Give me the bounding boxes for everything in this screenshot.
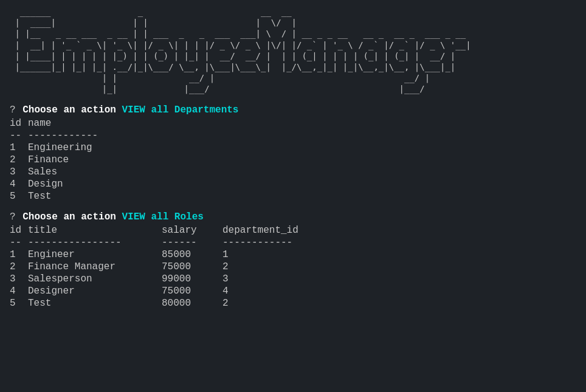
table-row: 2 Finance Manager 75000 2 [10,261,576,272]
role-id-3: 3 [10,273,28,284]
role-title-5: Test [28,298,162,309]
departments-divider: -- ------------ [10,130,576,141]
dept-name-2: Finance [28,154,69,165]
table-row: 3 Salesperson 99000 3 [10,273,576,284]
departments-header: id name [10,118,576,129]
spacer-1 [116,105,122,115]
role-id-5: 5 [10,298,28,309]
role-deptid-3: 3 [222,273,229,284]
role-col-salary-header: salary [162,225,222,236]
role-salary-5: 80000 [162,298,222,309]
dept-id-4: 4 [10,179,28,190]
table-row: 1 Engineer 85000 1 [10,249,576,260]
role-divider-deptid: ------------ [222,237,292,248]
role-salary-2: 75000 [162,261,222,272]
role-deptid-4: 4 [222,286,229,297]
ascii-art-text: ______ _ __ __ | ____| | | | \/ | | |__ … [10,6,576,95]
roles-table: id title salary department_id -- -------… [10,225,576,309]
terminal-window: ______ _ __ __ | ____| | | | \/ | | |__ … [10,6,576,309]
prompt-label-2: Choose an action [22,211,116,222]
role-col-id-header: id [10,225,28,236]
role-title-1: Engineer [28,249,162,260]
role-deptid-2: 2 [222,261,229,272]
dept-id-1: 1 [10,142,28,153]
table-row: 1 Engineering [10,142,576,153]
dept-col-id-header: id [10,118,28,129]
role-salary-1: 85000 [162,249,222,260]
prompt-char-2: ? [10,211,21,222]
role-title-3: Salesperson [28,273,162,284]
departments-action: VIEW all Departments [122,105,238,115]
role-id-1: 1 [10,249,28,260]
dept-col-name-header: name [28,118,51,129]
dept-name-4: Design [28,179,63,190]
table-row: 5 Test 80000 2 [10,298,576,309]
dept-name-3: Sales [28,167,57,177]
roles-section: ? Choose an action VIEW all Roles id tit… [10,211,576,309]
dept-divider-id: -- [10,130,28,141]
role-divider-id: -- [10,237,28,248]
role-title-2: Finance Manager [28,261,162,272]
role-col-title-header: title [28,225,162,236]
role-title-4: Designer [28,286,162,297]
prompt-label-1: Choose an action [22,105,116,115]
dept-name-1: Engineering [28,142,92,153]
ascii-art-header: ______ _ __ __ | ____| | | | \/ | | |__ … [10,6,576,95]
role-divider-salary: ------ [162,237,222,248]
departments-table: id name -- ------------ 1 Engineering 2 … [10,118,576,202]
role-col-deptid-header: department_id [222,225,298,236]
table-row: 4 Design [10,179,576,190]
dept-id-5: 5 [10,191,28,202]
table-row: 3 Sales [10,167,576,177]
departments-prompt: ? Choose an action VIEW all Departments [10,105,576,115]
roles-header: id title salary department_id [10,225,576,236]
dept-id-2: 2 [10,154,28,165]
role-id-2: 2 [10,261,28,272]
role-id-4: 4 [10,286,28,297]
role-divider-title: ---------------- [28,237,162,248]
spacer-2 [116,211,122,222]
roles-prompt: ? Choose an action VIEW all Roles [10,211,576,222]
table-row: 5 Test [10,191,576,202]
departments-section: ? Choose an action VIEW all Departments … [10,105,576,202]
table-row: 4 Designer 75000 4 [10,286,576,297]
role-deptid-5: 2 [222,298,229,309]
dept-name-5: Test [28,191,51,202]
table-row: 2 Finance [10,154,576,165]
role-salary-4: 75000 [162,286,222,297]
dept-divider-name: ------------ [28,130,98,141]
role-deptid-1: 1 [222,249,229,260]
dept-id-3: 3 [10,167,28,177]
roles-divider: -- ---------------- ------ ------------ [10,237,576,248]
prompt-char-1: ? [10,105,21,115]
roles-action: VIEW all Roles [122,211,203,222]
role-salary-3: 99000 [162,273,222,284]
